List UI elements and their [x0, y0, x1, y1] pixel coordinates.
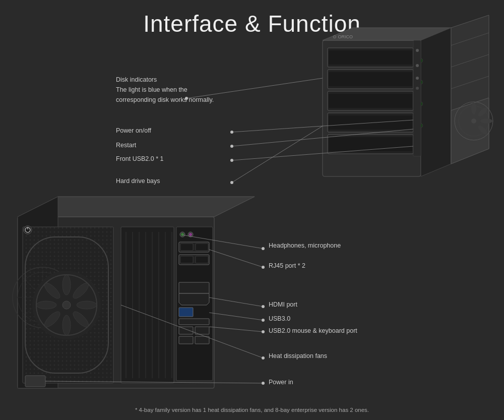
- svg-text:⊙ ORICO: ⊙ ORICO: [333, 34, 353, 39]
- svg-line-109: [209, 313, 263, 320]
- main-illustration: ⊙ ORICO: [0, 0, 504, 420]
- disk-indicators-label: Disk indicators The light is blue when t…: [116, 75, 214, 105]
- svg-point-108: [262, 305, 265, 308]
- front-usb-label: Front USB2.0 * 1: [116, 155, 164, 162]
- svg-rect-80: [179, 327, 193, 334]
- svg-point-58: [62, 315, 71, 335]
- heat-fans-label: Heat dissipation fans: [269, 352, 327, 359]
- svg-point-20: [416, 77, 419, 80]
- svg-point-98: [230, 145, 233, 148]
- svg-point-100: [230, 159, 233, 162]
- svg-rect-84: [121, 227, 174, 383]
- svg-rect-62: [25, 376, 45, 387]
- svg-rect-11: [329, 115, 412, 130]
- svg-point-53: [62, 301, 71, 309]
- svg-rect-74: [180, 256, 193, 263]
- svg-rect-78: [179, 308, 193, 317]
- svg-line-105: [209, 250, 263, 267]
- svg-rect-9: [329, 72, 412, 86]
- svg-point-96: [230, 131, 233, 134]
- svg-point-33: [471, 102, 476, 114]
- svg-line-107: [209, 297, 263, 307]
- svg-rect-75: [196, 256, 208, 263]
- svg-rect-72: [196, 244, 208, 251]
- svg-rect-17: [413, 40, 421, 156]
- svg-point-21: [416, 87, 419, 90]
- svg-point-102: [230, 181, 233, 184]
- svg-point-106: [262, 266, 265, 269]
- svg-point-116: [262, 382, 265, 385]
- footnote: * 4-bay family version has 1 heat dissip…: [0, 407, 504, 413]
- usb2-label: USB2.0 mouse & keyboard port: [269, 327, 357, 334]
- restart-label: Restart: [116, 142, 136, 149]
- svg-line-111: [209, 327, 263, 332]
- svg-point-54: [62, 275, 71, 295]
- svg-rect-81: [195, 327, 209, 334]
- svg-rect-83: [195, 336, 209, 344]
- svg-marker-77: [179, 293, 209, 305]
- svg-rect-71: [180, 244, 193, 251]
- svg-point-18: [416, 49, 419, 52]
- svg-rect-12: [329, 137, 412, 151]
- svg-point-19: [416, 64, 419, 67]
- svg-rect-10: [329, 94, 412, 108]
- svg-rect-79: [179, 319, 209, 325]
- svg-rect-8: [329, 50, 412, 65]
- svg-point-69: [189, 233, 192, 236]
- svg-point-110: [262, 319, 265, 322]
- svg-point-60: [36, 301, 56, 309]
- svg-point-32: [471, 118, 476, 124]
- svg-point-68: [181, 233, 184, 236]
- hard-drive-bays-label: Hard drive bays: [116, 177, 160, 185]
- svg-rect-82: [179, 336, 193, 344]
- svg-point-35: [480, 118, 492, 124]
- rj45-label: RJ45 port * 2: [269, 262, 305, 269]
- power-on-off-label: Power on/off: [116, 127, 151, 134]
- power-in-label: Power in: [269, 379, 293, 386]
- headphones-label: Headphones, microphone: [269, 242, 341, 249]
- svg-marker-2: [421, 28, 451, 176]
- svg-point-112: [262, 330, 265, 333]
- svg-rect-76: [179, 282, 209, 293]
- usb3-label: USB3.0: [269, 315, 290, 322]
- hdmi-label: HDMI port: [269, 301, 297, 308]
- svg-point-114: [262, 356, 265, 359]
- svg-point-56: [77, 301, 97, 309]
- svg-point-104: [262, 247, 265, 250]
